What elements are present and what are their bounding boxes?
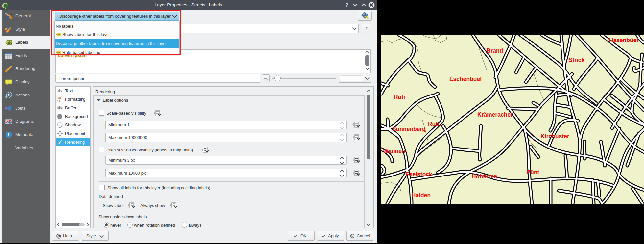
svg-text:ab: ab [58, 96, 61, 99]
svg-text:i: i [8, 132, 9, 137]
svg-text:Sunnenberg: Sunnenberg [392, 126, 426, 132]
svg-text:Pünt: Pünt [527, 169, 539, 176]
svg-text:Strick: Strick [569, 57, 585, 63]
svg-text:c: c [59, 99, 60, 102]
svg-text:abc: abc [7, 41, 12, 44]
svg-text:Halden: Halden [412, 192, 431, 199]
svg-text:Eschenbüel: Eschenbüel [449, 76, 482, 82]
svg-text:ε: ε [6, 145, 9, 151]
svg-text:20: 20 [365, 16, 369, 20]
svg-text:Kirchuster: Kirchuster [540, 133, 569, 140]
svg-text:Rüti: Rüti [428, 121, 439, 127]
svg-text:Hohfuren: Hohfuren [472, 173, 497, 180]
svg-text:Krämeracher: Krämeracher [477, 111, 513, 118]
svg-text:<: < [57, 99, 59, 102]
svg-text:Hasenbüel: Hasenbüel [609, 37, 638, 43]
svg-text:Brand: Brand [487, 47, 503, 54]
svg-text:Wannen: Wannen [383, 148, 405, 154]
svg-text:Eselstock: Eselstock [405, 171, 432, 177]
svg-text:Rüti: Rüti [394, 94, 405, 100]
